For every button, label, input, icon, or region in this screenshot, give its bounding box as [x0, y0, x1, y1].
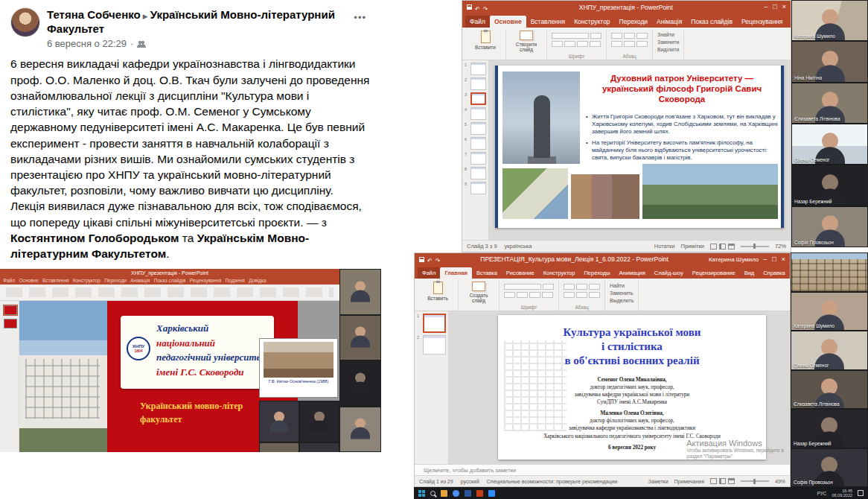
tagged-person-link[interactable]: Костянтином Голобородьком	[10, 232, 179, 244]
slide-thumbnail[interactable]: 2	[417, 335, 446, 355]
tab-help[interactable]: Справка	[759, 267, 789, 279]
numbering-button[interactable]	[576, 284, 587, 290]
clock[interactable]: 16:45 06.09.2022	[832, 489, 852, 498]
maximize-button[interactable]	[773, 4, 776, 10]
zoom-slider[interactable]	[741, 246, 769, 247]
tab-slideshow[interactable]: Слайд-шоу	[650, 267, 688, 279]
numbering-button[interactable]	[624, 33, 635, 39]
new-slide-button[interactable]: Создать слайд	[463, 282, 494, 303]
font-name-box[interactable]	[504, 284, 541, 290]
undo-icon[interactable]	[427, 252, 433, 266]
close-button[interactable]	[782, 4, 786, 10]
redo-icon[interactable]	[483, 1, 488, 14]
select-button[interactable]: Выделить	[610, 298, 634, 303]
font-color-button[interactable]	[590, 41, 601, 47]
font-color-button[interactable]	[542, 292, 553, 298]
save-icon[interactable]	[419, 257, 424, 262]
file-explorer-icon[interactable]	[441, 490, 447, 497]
align-center-button[interactable]	[624, 41, 635, 47]
bullets-button[interactable]	[564, 284, 575, 290]
author-avatar[interactable]	[10, 7, 40, 37]
slide-thumbnail-selected[interactable]: 1	[417, 314, 446, 333]
normal-view-icon[interactable]	[710, 478, 717, 484]
browser-icon[interactable]	[453, 490, 459, 497]
tab-transitions[interactable]: Переходи	[615, 16, 653, 28]
accessibility-checker[interactable]: Специальные возможности: проверьте реком…	[487, 479, 618, 484]
indent-button[interactable]	[636, 33, 648, 39]
comments-button[interactable]: Примечания	[674, 479, 704, 484]
tab-view[interactable]: Подання	[787, 16, 791, 28]
align-left-button[interactable]	[564, 292, 575, 298]
slide-sorter-view-icon[interactable]	[719, 244, 726, 250]
slide-thumbnail[interactable]: 9	[465, 182, 486, 194]
slide-thumbnail[interactable]: 8	[465, 167, 486, 179]
paste-button[interactable]: Вставить	[422, 282, 453, 303]
slide-thumbnail-selected[interactable]: 3	[465, 92, 486, 105]
slide-thumbnail-panel[interactable]: 1 2 3 4 5 6 7 8 9	[462, 60, 489, 240]
font-name-box[interactable]	[552, 33, 589, 39]
zoom-level[interactable]: 49%	[775, 479, 785, 484]
save-icon[interactable]	[467, 4, 472, 10]
tab-animations[interactable]: Анімація	[652, 16, 686, 28]
language-indicator[interactable]: русский	[461, 479, 479, 484]
post-menu-button[interactable]	[349, 7, 371, 27]
bold-button[interactable]	[504, 292, 515, 298]
notification-icon[interactable]	[858, 490, 864, 496]
account-name[interactable]: Катерина Шумило	[709, 256, 759, 263]
paste-button[interactable]: Вставити	[470, 31, 501, 52]
minimize-button[interactable]	[763, 256, 767, 263]
tab-home[interactable]: Главная	[440, 267, 472, 279]
normal-view-icon[interactable]	[710, 244, 717, 250]
tab-home[interactable]: Основне	[490, 16, 526, 28]
post-timestamp[interactable]: 6 вересня о 22:29	[47, 38, 342, 49]
notes-pane[interactable]: Щелкните, чтобы добавить заметки	[415, 464, 790, 475]
word-icon[interactable]	[465, 490, 471, 497]
font-size-box[interactable]	[590, 33, 601, 39]
tab-insert[interactable]: Вставлення	[526, 16, 569, 28]
tab-design[interactable]: Конструктор	[569, 16, 614, 28]
slideshow-view-icon[interactable]	[728, 478, 735, 484]
underline-button[interactable]	[529, 292, 540, 298]
tab-transitions[interactable]: Переходы	[579, 267, 614, 279]
maximize-button[interactable]	[772, 256, 776, 263]
tab-draw[interactable]: Рисование	[502, 267, 539, 279]
replace-button[interactable]: Замінити	[657, 39, 679, 45]
tab-review[interactable]: Рецензування	[737, 16, 787, 28]
language-tray[interactable]: РУС	[817, 491, 826, 496]
tab-insert[interactable]: Вставка	[472, 267, 502, 279]
notes-button[interactable]: Заметки	[648, 479, 668, 484]
tab-design[interactable]: Конструктор	[539, 267, 580, 279]
zoom-app-icon[interactable]	[488, 490, 495, 497]
slide-thumbnail[interactable]: 1	[465, 63, 486, 75]
start-button[interactable]	[418, 490, 425, 497]
comments-button[interactable]: Примітки	[681, 243, 704, 250]
tab-view[interactable]: Вид	[740, 267, 759, 279]
slide-thumbnail-panel[interactable]: 1 2	[415, 311, 449, 464]
italic-button[interactable]	[517, 292, 528, 298]
post-attachment-image[interactable]: ХНПУ_презентація - PowerPoint Файл Основ…	[0, 269, 381, 452]
tab-slideshow[interactable]: Показ слайдів	[686, 16, 737, 28]
replace-button[interactable]: Заменить	[610, 290, 634, 296]
tab-file[interactable]: Файл	[465, 16, 490, 28]
minimize-button[interactable]	[764, 4, 768, 10]
taskbar-search-icon[interactable]	[430, 491, 435, 496]
undo-icon[interactable]	[475, 1, 480, 14]
redo-icon[interactable]	[435, 252, 441, 266]
align-right-button[interactable]	[589, 292, 600, 298]
slide-thumbnail[interactable]: 6	[465, 137, 486, 150]
zoom-level[interactable]: 72%	[775, 243, 786, 250]
select-button[interactable]: Виділити	[657, 47, 679, 52]
language-indicator[interactable]: українська	[505, 243, 532, 250]
tab-review[interactable]: Рецензирование	[688, 267, 740, 279]
slide-thumbnail[interactable]: 4	[465, 107, 486, 120]
close-button[interactable]	[782, 256, 785, 263]
find-button[interactable]: Знайти	[657, 32, 679, 37]
align-right-button[interactable]	[636, 41, 648, 47]
font-size-box[interactable]	[543, 284, 554, 290]
tab-file[interactable]: Файл	[418, 267, 440, 279]
underline-button[interactable]	[577, 41, 588, 47]
tab-animations[interactable]: Анимация	[615, 267, 650, 279]
slide-thumbnail[interactable]: 2	[465, 77, 486, 90]
find-button[interactable]: Найти	[610, 283, 634, 288]
slide-sorter-view-icon[interactable]	[719, 478, 726, 484]
